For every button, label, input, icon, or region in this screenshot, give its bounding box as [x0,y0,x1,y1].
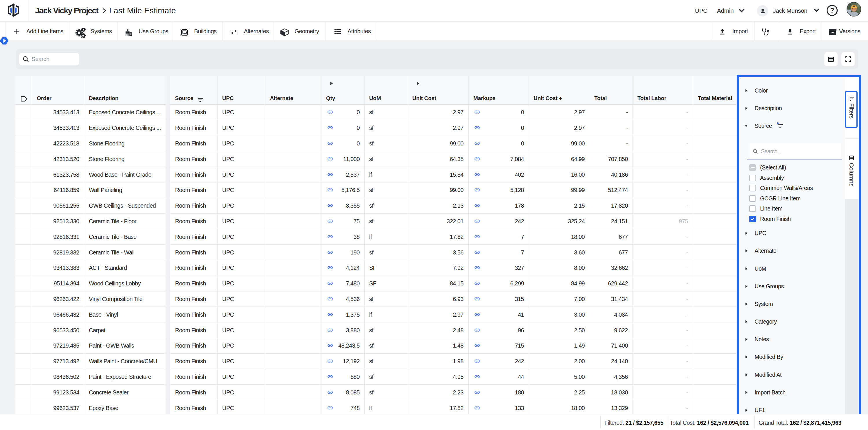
svg-text:?: ? [830,7,834,14]
